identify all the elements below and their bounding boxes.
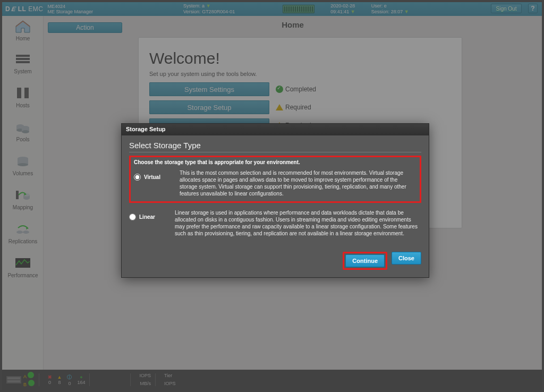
- nav-item-performance[interactable]: Performance: [2, 253, 44, 286]
- continue-button[interactable]: Continue: [345, 254, 385, 267]
- alert-counts[interactable]: ✖0 ▲8 ⓘ0 ●164: [48, 374, 86, 386]
- modal-subtitle: Select Storage Type: [129, 141, 421, 150]
- replications-icon: [14, 222, 32, 237]
- svg-rect-26: [7, 377, 20, 379]
- nav-item-pools[interactable]: Pools: [2, 117, 44, 150]
- nav-label: Mapping: [13, 204, 33, 210]
- welcome-subtitle: Set up your system using the tools below…: [149, 71, 451, 77]
- modal-prompt: Choose the storage type that is appropri…: [134, 159, 416, 165]
- warning-icon: [276, 104, 283, 110]
- nav-item-mapping[interactable]: Mapping: [2, 185, 44, 218]
- user-info: User: e Session: 28:07 ▼: [371, 3, 411, 15]
- svg-point-21: [16, 231, 23, 234]
- status-required: Required: [276, 104, 311, 111]
- time-info: 2020-02-28 09:41:41 ▼: [330, 3, 357, 15]
- svg-rect-3: [16, 58, 30, 60]
- status-bar: A B ✖0 ▲8 ⓘ0 ●164 IOPSMB/s T: [2, 370, 542, 390]
- help-button[interactable]: ?: [528, 4, 538, 13]
- radio-virtual[interactable]: [134, 174, 141, 181]
- svg-point-12: [22, 130, 29, 133]
- close-button[interactable]: Close: [392, 252, 421, 265]
- option-virtual[interactable]: Virtual This is the most common selectio…: [134, 167, 416, 199]
- enclosure-icon: [6, 374, 21, 386]
- hardware-icon[interactable]: [283, 5, 314, 13]
- setup-row-system: System Settings Completed: [149, 82, 451, 96]
- svg-point-15: [18, 163, 28, 166]
- highlighted-continue: Continue: [343, 252, 387, 270]
- left-nav: Home System Hosts Pools Volumes: [2, 16, 44, 370]
- nav-label: Performance: [7, 272, 38, 278]
- product-block: ME4024 ME Storage Manager: [48, 4, 94, 14]
- svg-rect-6: [24, 88, 29, 98]
- modal-title: Storage Setup: [122, 124, 429, 135]
- svg-rect-27: [7, 380, 20, 382]
- tier-block: TierIOPS: [164, 373, 176, 387]
- nav-label: Pools: [16, 137, 29, 142]
- nav-item-volumes[interactable]: Volumes: [2, 151, 44, 184]
- hosts-icon: [14, 86, 32, 101]
- nav-item-system[interactable]: System: [2, 49, 44, 82]
- pools-icon: [14, 120, 32, 135]
- nav-label: System: [14, 69, 31, 74]
- nav-item-home[interactable]: Home: [2, 16, 44, 48]
- linear-description: Linear storage is used in applications w…: [175, 209, 421, 237]
- system-info: System: a ▼ Version: GT280R004-01: [183, 3, 235, 15]
- setup-row-storage: Storage Setup Required: [149, 100, 451, 114]
- nav-label: Hosts: [16, 103, 30, 108]
- performance-icon: [14, 256, 32, 271]
- iops-block: IOPSMB/s: [139, 373, 151, 387]
- virtual-description: This is the most common selection and is…: [180, 169, 416, 197]
- nav-item-hosts[interactable]: Hosts: [2, 83, 44, 116]
- svg-rect-5: [17, 88, 21, 98]
- radio-linear[interactable]: [129, 214, 136, 220]
- svg-rect-4: [16, 61, 30, 63]
- radio-linear-label: Linear: [139, 214, 155, 220]
- check-icon: [276, 86, 283, 93]
- welcome-heading: Welcome!: [149, 49, 451, 67]
- svg-rect-16: [16, 191, 19, 199]
- radio-virtual-label: Virtual: [144, 174, 160, 180]
- storage-setup-modal: Storage Setup Select Storage Type Choose…: [121, 123, 429, 278]
- app-name: ME Storage Manager: [48, 9, 94, 14]
- page-title: Home: [44, 20, 542, 29]
- product-name: ME4024: [48, 4, 94, 9]
- nav-label: Replications: [8, 238, 37, 244]
- option-linear[interactable]: Linear Linear storage is used in applica…: [129, 203, 421, 239]
- status-completed: Completed: [276, 86, 316, 93]
- system-icon: [14, 52, 32, 67]
- highlighted-virtual-option: Choose the storage type that is appropri…: [129, 156, 421, 203]
- port-status: A B: [6, 372, 35, 388]
- brand-logo: DELLEMC: [5, 5, 44, 13]
- svg-rect-2: [16, 55, 30, 57]
- mapping-icon: [14, 188, 32, 203]
- storage-setup-button[interactable]: Storage Setup: [149, 100, 269, 114]
- home-icon: [14, 19, 32, 34]
- top-banner: DELLEMC ME4024 ME Storage Manager System…: [2, 2, 542, 16]
- system-settings-button[interactable]: System Settings: [149, 82, 269, 96]
- nav-label: Home: [16, 36, 30, 41]
- volumes-icon: [14, 154, 32, 169]
- nav-item-replications[interactable]: Replications: [2, 219, 44, 252]
- svg-marker-0: [16, 21, 30, 32]
- svg-point-22: [23, 231, 29, 234]
- nav-label: Volumes: [13, 171, 33, 176]
- sign-out-button[interactable]: Sign Out: [491, 4, 522, 13]
